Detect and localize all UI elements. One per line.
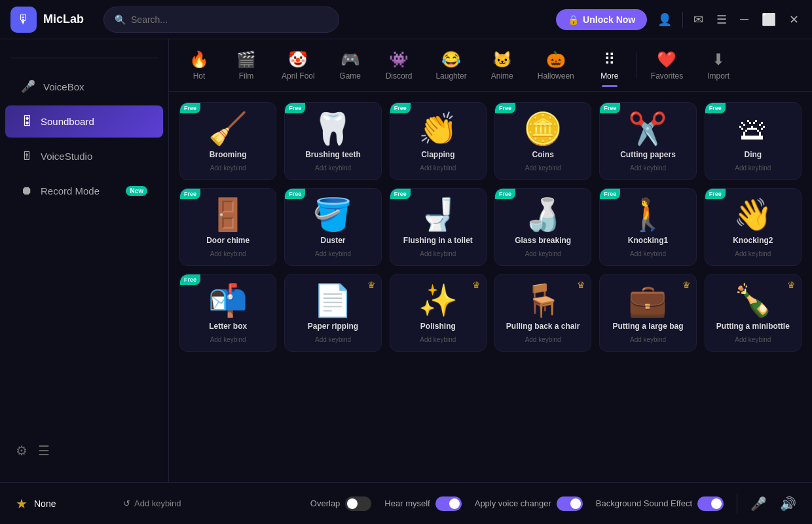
sound-icon-knocking2: 👋 (733, 199, 773, 231)
new-badge: New (126, 186, 147, 196)
keybind-duster[interactable]: Add keybind (315, 250, 351, 257)
sound-icon-paperripping: 📄 (313, 285, 352, 316)
sidebar-label-soundboard: Soundboard (41, 116, 94, 127)
sound-icon-polishing: ✨ (418, 285, 458, 316)
hear-myself-label: Hear myself (384, 498, 430, 508)
sidebar-list-icon[interactable]: ☰ (38, 443, 50, 458)
sidebar-label-recordmode: Record Mode (41, 185, 100, 196)
favorites-icon: ❤️ (657, 50, 676, 69)
keybind-doorchime[interactable]: Add keybind (210, 250, 246, 257)
sound-name-knocking2: Knocking2 (733, 236, 773, 245)
sound-card-letterbox[interactable]: Free 📬 Letter box Add keybind (179, 274, 276, 352)
sound-card-largebag[interactable]: ♛ 💼 Putting a large bag Add keybind (599, 274, 696, 352)
free-badge: Free (390, 103, 411, 113)
discord-icon: 👾 (389, 50, 409, 69)
keybind-letterbox[interactable]: Add keybind (210, 336, 246, 343)
sound-card-flushing[interactable]: Free 🚽 Flushing in a toilet Add keybind (390, 188, 487, 266)
minimize-icon[interactable]: ─ (737, 10, 751, 29)
tab-aprilfool[interactable]: 🤡 April Fool (270, 45, 327, 86)
sidebar-item-soundboard[interactable]: 🎛 Soundboard (5, 105, 163, 138)
keybind-glass[interactable]: Add keybind (525, 250, 561, 257)
sound-card-cutting[interactable]: Free ✂️ Cutting papers Add keybind (599, 102, 696, 180)
sound-icon-duster: 🪣 (313, 199, 352, 231)
keybind-knocking1[interactable]: Add keybind (630, 250, 666, 257)
keybind-brooming[interactable]: Add keybind (210, 164, 246, 172)
free-badge: Free (285, 103, 305, 113)
background-sound-toggle-group: Background Sound Effect (596, 496, 724, 511)
sound-card-coins[interactable]: Free 🪙 Coins Add keybind (494, 102, 591, 180)
keybind-paperripping[interactable]: Add keybind (315, 336, 351, 343)
sidebar-label-voicestudio: VoiceStudio (41, 151, 92, 162)
search-box[interactable]: 🔍 (103, 7, 339, 33)
unlock-button[interactable]: 🔒 Unlock Now (556, 9, 647, 30)
sound-name-largebag: Putting a large bag (612, 322, 683, 331)
keybind-largebag[interactable]: Add keybind (630, 336, 666, 343)
sidebar-item-recordmode[interactable]: ⏺ Record Mode New (5, 175, 163, 207)
search-input[interactable] (131, 14, 328, 25)
sound-card-doorchime[interactable]: Free 🚪 Door chime Add keybind (179, 188, 276, 266)
mail-icon[interactable]: ✉ (691, 10, 706, 29)
sidebar-item-voicebox[interactable]: 🎤 VoiceBox (5, 70, 163, 103)
background-sound-label: Background Sound Effect (596, 498, 692, 508)
free-badge: Free (180, 189, 200, 199)
sound-card-knocking2[interactable]: Free 👋 Knocking2 Add keybind (705, 188, 802, 266)
tab-favorites[interactable]: ❤️ Favorites (639, 45, 695, 86)
laughter-icon: 😂 (441, 50, 461, 69)
keybind-coins[interactable]: Add keybind (525, 164, 561, 172)
sound-card-polishing[interactable]: ♛ ✨ Polishing Add keybind (390, 274, 487, 352)
keybind-flushing[interactable]: Add keybind (420, 250, 456, 257)
sidebar-item-voicestudio[interactable]: 🎚 VoiceStudio (5, 140, 163, 172)
keybind-ding[interactable]: Add keybind (735, 164, 771, 172)
keybind-pullingchair[interactable]: Add keybind (525, 336, 561, 343)
keybind-minibottle[interactable]: Add keybind (735, 336, 771, 343)
sound-name-brushing: Brushing teeth (305, 150, 361, 159)
sound-name-pullingchair: Pulling back a chair (506, 322, 580, 331)
tab-game[interactable]: 🎮 Game (327, 45, 374, 86)
tab-film[interactable]: 🎬 Film (223, 45, 270, 86)
sound-card-knocking1[interactable]: Free 🚶 Knocking1 Add keybind (599, 188, 696, 266)
tab-halloween[interactable]: 🎃 Halloween (526, 45, 586, 86)
add-keybind-button[interactable]: ↺ Add keybind (123, 498, 181, 508)
menu-icon[interactable]: ☰ (714, 10, 729, 29)
bottom-bar: ★ None ↺ Add keybind Overlap Hear myself… (0, 482, 812, 524)
keybind-polishing[interactable]: Add keybind (420, 336, 456, 343)
sound-card-brooming[interactable]: Free 🧹 Brooming Add keybind (179, 102, 276, 180)
tab-hot[interactable]: 🔥 Hot (175, 45, 223, 86)
tab-discord[interactable]: 👾 Discord (374, 45, 424, 86)
microphone-icon[interactable]: 🎤 (750, 496, 767, 512)
sound-card-duster[interactable]: Free 🪣 Duster Add keybind (284, 188, 381, 266)
maximize-icon[interactable]: ⬜ (759, 10, 779, 29)
settings-icon[interactable]: ⚙ (16, 443, 28, 458)
hear-myself-toggle[interactable] (435, 496, 462, 511)
sound-card-ding[interactable]: Free 🛎 Ding Add keybind (705, 102, 802, 180)
aprilfool-icon: 🤡 (288, 50, 308, 69)
sound-name-ding: Ding (744, 150, 762, 159)
sound-icon-flushing: 🚽 (418, 199, 458, 231)
free-badge: Free (705, 189, 726, 199)
keybind-brushing[interactable]: Add keybind (315, 164, 351, 172)
divider (682, 12, 683, 28)
close-icon[interactable]: ✕ (786, 10, 802, 29)
keybind-clapping[interactable]: Add keybind (420, 164, 456, 172)
background-sound-toggle[interactable] (697, 496, 724, 511)
keybind-cutting[interactable]: Add keybind (630, 164, 666, 172)
sound-card-glass[interactable]: Free 🍶 Glass breaking Add keybind (494, 188, 591, 266)
sound-card-pullingchair[interactable]: ♛ 🪑 Pulling back a chair Add keybind (494, 274, 591, 352)
import-icon: ⬇ (712, 50, 725, 69)
tab-more[interactable]: ⠿ More (586, 45, 633, 86)
sound-card-paperripping[interactable]: ♛ 📄 Paper ripping Add keybind (284, 274, 381, 352)
tab-import[interactable]: ⬇ Import (695, 45, 742, 86)
keybind-knocking2[interactable]: Add keybind (735, 250, 771, 257)
sound-card-minibottle[interactable]: ♛ 🍾 Putting a minibottle Add keybind (705, 274, 802, 352)
sound-icon-brushing: 🦷 (313, 113, 352, 145)
tab-laughter[interactable]: 😂 Laughter (424, 45, 478, 86)
overlap-toggle[interactable] (345, 496, 371, 511)
sound-icon-letterbox: 📬 (208, 285, 248, 316)
sound-card-brushing[interactable]: Free 🦷 Brushing teeth Add keybind (284, 102, 381, 180)
current-sound-name: None (34, 498, 56, 509)
sound-card-clapping[interactable]: Free 👏 Clapping Add keybind (390, 102, 487, 180)
tab-anime[interactable]: 🐱 Anime (479, 45, 526, 86)
user-icon[interactable]: 👤 (655, 10, 674, 29)
volume-icon[interactable]: 🔊 (780, 496, 796, 512)
apply-voice-toggle[interactable] (557, 496, 583, 511)
